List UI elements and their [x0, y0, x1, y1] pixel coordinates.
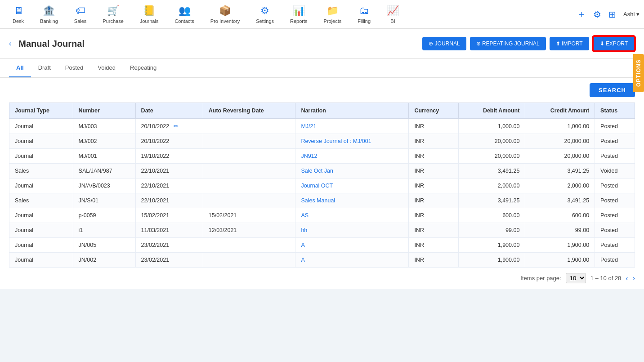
- options-tab[interactable]: OPTIONS: [633, 54, 644, 92]
- narration-link[interactable]: AS: [301, 212, 309, 219]
- cell-date: 23/02/2021: [135, 238, 203, 253]
- nav-journals-label: Journals: [140, 18, 159, 24]
- next-page-button[interactable]: ›: [633, 274, 635, 282]
- cell-narration: hh: [295, 223, 409, 238]
- nav-purchase[interactable]: 🛒 Purchase: [94, 0, 131, 29]
- narration-link[interactable]: MJ/21: [301, 123, 316, 130]
- table-row[interactable]: Journal MJ/002 20/10/2022 Reverse Journa…: [9, 134, 635, 149]
- nav-contacts[interactable]: 👥 Contacts: [166, 0, 202, 29]
- cell-auto-reversing-date: [203, 179, 295, 193]
- narration-link[interactable]: A: [301, 242, 304, 248]
- cell-journal-type: Journal: [9, 223, 73, 238]
- contacts-icon: 👥: [179, 5, 191, 17]
- nav-filling[interactable]: 🗂 Filling: [349, 0, 379, 29]
- cell-status: Posted: [595, 208, 635, 223]
- top-right-actions: ＋ ⚙ ⊞ Ashi ▾: [577, 8, 640, 20]
- nav-banking[interactable]: 🏦 Banking: [32, 0, 66, 29]
- search-button[interactable]: SEARCH: [590, 83, 635, 97]
- add-button[interactable]: ＋: [577, 8, 586, 20]
- narration-link[interactable]: Sale Oct Jan: [301, 168, 333, 174]
- table-row[interactable]: Sales SAL/JAN/987 22/10/2021 Sale Oct Ja…: [9, 164, 635, 179]
- nav-pro-inventory-label: Pro Inventory: [210, 18, 240, 24]
- nav-desk-label: Desk: [13, 18, 24, 24]
- cell-currency: INR: [409, 179, 459, 193]
- back-button[interactable]: ‹: [9, 40, 11, 48]
- cell-number: JN/S/01: [73, 193, 135, 208]
- import-button[interactable]: ⬆ IMPORT: [550, 37, 589, 50]
- grid-button[interactable]: ⊞: [608, 9, 616, 20]
- cell-number: JN/A/B/0023: [73, 179, 135, 193]
- col-currency: Currency: [409, 103, 459, 119]
- user-menu-button[interactable]: Ashi ▾: [623, 11, 640, 18]
- cell-credit-amount: 600.00: [525, 208, 595, 223]
- nav-items: 🖥 Desk 🏦 Banking 🏷 Sales 🛒 Purchase 📒 Jo…: [4, 0, 577, 29]
- cell-currency: INR: [409, 253, 459, 268]
- narration-link[interactable]: Reverse Journal of : MJ/001: [301, 138, 371, 144]
- prev-page-button[interactable]: ‹: [626, 274, 628, 282]
- cell-journal-type: Journal: [9, 208, 73, 223]
- table-row[interactable]: Sales JN/S/01 22/10/2021 Sales Manual IN…: [9, 193, 635, 208]
- cell-number: MJ/002: [73, 134, 135, 149]
- narration-link[interactable]: Sales Manual: [301, 197, 335, 204]
- items-per-page-select[interactable]: 10 25 50: [566, 273, 586, 283]
- cell-status: Posted: [595, 223, 635, 238]
- reports-icon: 📊: [293, 5, 305, 17]
- table-row[interactable]: Journal p-0059 15/02/2021 15/02/2021 AS …: [9, 208, 635, 223]
- sales-icon: 🏷: [76, 5, 85, 17]
- cell-currency: INR: [409, 164, 459, 179]
- narration-link[interactable]: A: [301, 257, 304, 263]
- cell-journal-type: Journal: [9, 149, 73, 164]
- nav-sales[interactable]: 🏷 Sales: [66, 0, 95, 29]
- cell-debit-amount: 3,491.25: [459, 164, 525, 179]
- table-row[interactable]: Journal JN/A/B/0023 22/10/2021 Journal O…: [9, 179, 635, 193]
- tab-voided[interactable]: Voided: [90, 59, 123, 77]
- nav-reports-label: Reports: [290, 18, 308, 24]
- nav-settings[interactable]: ⚙ Settings: [248, 0, 282, 29]
- nav-projects[interactable]: 📁 Projects: [316, 0, 350, 29]
- cell-number: MJ/003: [73, 119, 135, 134]
- cell-currency: INR: [409, 134, 459, 149]
- cell-credit-amount: 20,000.00: [525, 134, 595, 149]
- table-row[interactable]: Journal i1 11/03/2021 12/03/2021 hh INR …: [9, 223, 635, 238]
- tab-draft[interactable]: Draft: [31, 59, 58, 77]
- purchase-icon: 🛒: [107, 5, 119, 17]
- nav-bi[interactable]: 📈 BI: [379, 0, 407, 29]
- cell-currency: INR: [409, 119, 459, 134]
- narration-link[interactable]: JN912: [301, 153, 317, 159]
- edit-icon[interactable]: ✏: [174, 123, 179, 130]
- cell-narration: A: [295, 253, 409, 268]
- cell-narration: AS: [295, 208, 409, 223]
- nav-projects-label: Projects: [324, 18, 342, 24]
- table-row[interactable]: Journal MJ/003 20/10/2022 ✏ MJ/21 INR 1,…: [9, 119, 635, 134]
- tab-repeating[interactable]: Repeating: [123, 59, 164, 77]
- table-row[interactable]: Journal MJ/001 19/10/2022 JN912 INR 20,0…: [9, 149, 635, 164]
- cell-narration: A: [295, 238, 409, 253]
- repeating-journal-button[interactable]: ⊕ REPEATING JOURNAL: [470, 37, 546, 50]
- table-row[interactable]: Journal JN/002 23/02/2021 A INR 1,900.00…: [9, 253, 635, 268]
- nav-banking-label: Banking: [40, 18, 58, 24]
- tab-posted[interactable]: Posted: [58, 59, 90, 77]
- cell-credit-amount: 3,491.25: [525, 193, 595, 208]
- narration-link[interactable]: hh: [301, 227, 307, 233]
- cell-debit-amount: 2,000.00: [459, 179, 525, 193]
- settings-gear-button[interactable]: ⚙: [593, 9, 601, 20]
- cell-journal-type: Journal: [9, 119, 73, 134]
- desk-icon: 🖥: [13, 5, 23, 17]
- export-button[interactable]: ⬇ EXPORT: [593, 36, 635, 51]
- narration-link[interactable]: Journal OCT: [301, 183, 333, 189]
- nav-reports[interactable]: 📊 Reports: [282, 0, 316, 29]
- banking-icon: 🏦: [43, 5, 55, 17]
- cell-status: Voided: [595, 164, 635, 179]
- nav-journals[interactable]: 📒 Journals: [132, 0, 167, 29]
- journal-button[interactable]: ⊕ JOURNAL: [422, 37, 466, 50]
- cell-debit-amount: 3,491.25: [459, 193, 525, 208]
- table-row[interactable]: Journal JN/005 23/02/2021 A INR 1,900.00…: [9, 238, 635, 253]
- cell-debit-amount: 1,000.00: [459, 119, 525, 134]
- cell-number: JN/005: [73, 238, 135, 253]
- tab-all[interactable]: All: [9, 59, 31, 77]
- nav-desk[interactable]: 🖥 Desk: [4, 0, 32, 29]
- cell-narration: JN912: [295, 149, 409, 164]
- nav-pro-inventory[interactable]: 📦 Pro Inventory: [202, 0, 248, 29]
- col-status: Status: [595, 103, 635, 119]
- table-header-row: Journal Type Number Date Auto Reversing …: [9, 103, 635, 119]
